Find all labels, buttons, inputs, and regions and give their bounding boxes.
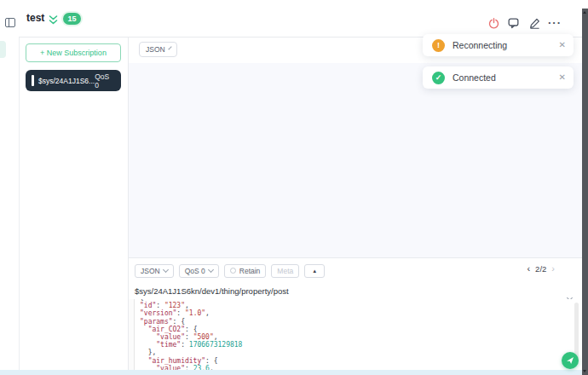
retain-radio-icon — [230, 268, 236, 274]
payload-line: "time": 1706673129818 — [140, 341, 242, 349]
payload-format-filter-select[interactable]: JSON — [139, 42, 177, 57]
scroll-down-icon[interactable] — [583, 370, 586, 372]
payload-code: {"id": "123","version": "1.0","params": … — [135, 299, 242, 375]
prev-page-icon[interactable]: ‹ — [527, 265, 530, 273]
payload-line: "air_humidity": { — [140, 357, 242, 365]
publish-section: JSON QoS 0 Retain Meta ▲ ‹ 2/2 › — [129, 257, 582, 375]
payload-line: }, — [140, 349, 242, 356]
publish-toolbar: JSON QoS 0 Retain Meta ▲ ‹ 2/2 › — [129, 258, 582, 283]
mqtt-client-window: test 15 ··· + New Subscription $sys/24A1… — [0, 0, 588, 375]
payload-line: "id": "123", — [140, 302, 242, 309]
topic-input[interactable]: $sys/24A1J1S6kn/dev1/thing/property/post — [135, 286, 289, 296]
qos-select[interactable]: QoS 0 — [179, 264, 219, 278]
page-indicator: 2/2 — [535, 264, 546, 274]
subscription-topic: $sys/24A1J1S6... — [38, 77, 95, 85]
chevron-down-icon — [168, 46, 171, 49]
window-bottom-edge — [0, 370, 588, 375]
subscription-color-bar — [32, 75, 34, 86]
disconnect-power-icon[interactable] — [487, 17, 499, 29]
toast-label: Connected — [453, 72, 496, 83]
toast-reconnecting: ! Reconnecting ✕ — [423, 34, 574, 56]
toggle-sidebar-icon[interactable] — [5, 18, 15, 27]
edit-pencil-icon[interactable] — [528, 17, 540, 29]
messages-bubble-icon[interactable] — [508, 17, 520, 29]
retain-label: Retain — [239, 267, 261, 275]
send-button[interactable] — [562, 352, 579, 369]
more-ellipsis-icon[interactable]: ··· — [549, 17, 561, 29]
chevron-double-down-icon[interactable] — [49, 14, 58, 29]
qos-value: QoS 0 — [185, 267, 205, 275]
connection-list-highlight — [0, 41, 6, 58]
payload-editor[interactable]: {"id": "123","version": "1.0","params": … — [129, 299, 582, 375]
payload-line: "version": "1.0", — [140, 309, 242, 317]
check-icon: ✓ — [432, 72, 445, 84]
connection-title: test — [26, 12, 44, 24]
subscription-qos: QoS 0 — [95, 72, 115, 89]
scroll-up-icon[interactable] — [583, 11, 586, 14]
payload-line: "params": { — [140, 318, 242, 326]
warning-icon: ! — [432, 39, 445, 52]
toast-connected: ✓ Connected ✕ — [423, 66, 574, 89]
header-actions: ··· — [487, 17, 561, 29]
triangle-up-icon: ▲ — [312, 268, 317, 274]
retain-checkbox[interactable]: Retain — [224, 264, 267, 278]
subscription-item[interactable]: $sys/24A1J1S6... QoS 0 — [26, 70, 121, 91]
editor-gutter — [129, 299, 135, 375]
window-scrollbar[interactable] — [582, 9, 588, 375]
chevron-down-icon — [208, 266, 214, 272]
chevron-down-icon — [163, 266, 169, 272]
next-page-icon[interactable]: › — [551, 265, 555, 273]
paper-plane-icon — [566, 356, 574, 365]
subscriptions-sidebar: + New Subscription $sys/24A1J1S6... QoS … — [20, 38, 128, 375]
collapse-panel-button[interactable]: ▲ — [304, 264, 325, 278]
meta-label: Meta — [277, 267, 293, 275]
left-rail — [0, 0, 19, 375]
toast-label: Reconnecting — [453, 40, 507, 50]
close-icon[interactable]: ✕ — [559, 41, 566, 49]
messages-area — [129, 63, 582, 257]
payload-line: "value": "500", — [140, 333, 242, 341]
connection-header: test 15 ··· — [19, 0, 588, 38]
topic-row: $sys/24A1J1S6kn/dev1/thing/property/post — [129, 283, 582, 299]
format-value: JSON — [141, 267, 160, 275]
close-icon[interactable]: ✕ — [559, 73, 566, 82]
unread-count-badge: 15 — [63, 13, 81, 25]
payload-line: "air_CO2": { — [140, 326, 242, 333]
filter-format-value: JSON — [146, 45, 165, 54]
payload-pagination: ‹ 2/2 › — [527, 264, 555, 274]
new-subscription-button[interactable]: + New Subscription — [26, 43, 121, 62]
payload-format-select[interactable]: JSON — [135, 264, 174, 278]
meta-button[interactable]: Meta — [271, 264, 299, 278]
